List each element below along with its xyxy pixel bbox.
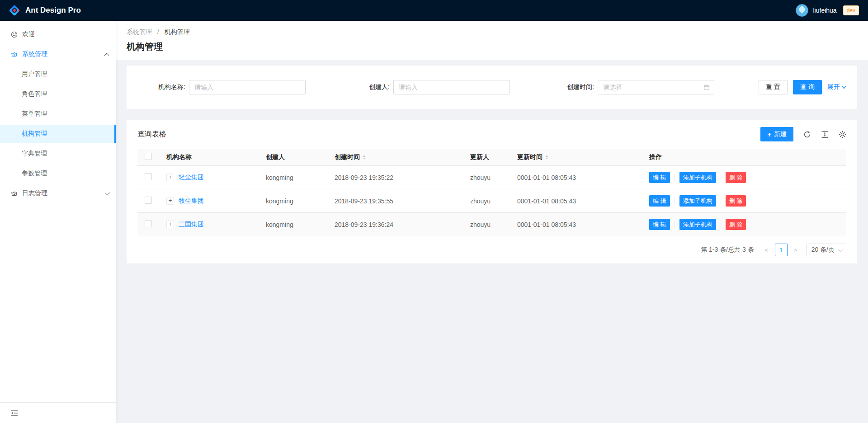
chevron-down-icon — [838, 247, 843, 252]
row-checkbox[interactable] — [145, 197, 152, 204]
brand[interactable]: Ant Design Pro — [8, 4, 81, 17]
search-form-card: 机构名称: 创建人: 创建时间: — [127, 66, 857, 109]
sidebar-item-menu-management[interactable]: 菜单管理 — [0, 105, 116, 123]
table-row: + 三国集团 kongming 2018-09-23 19:36:24 zhou… — [137, 213, 846, 236]
creator-cell: kongming — [259, 189, 327, 213]
edit-button[interactable]: 编 辑 — [649, 195, 670, 207]
edit-button[interactable]: 编 辑 — [649, 172, 670, 183]
add-child-org-button[interactable]: 添加子机构 — [679, 172, 716, 183]
divider — [675, 197, 675, 204]
create-time-picker[interactable] — [598, 80, 714, 94]
sidebar-item-label: 用户管理 — [22, 70, 47, 78]
page-title: 机构管理 — [127, 41, 857, 53]
search-field-create-time: 创建时间: — [546, 80, 750, 94]
sidebar-item-role-management[interactable]: 角色管理 — [0, 85, 116, 103]
expand-link[interactable]: 展开 — [827, 83, 846, 91]
expand-row-icon[interactable]: + — [166, 174, 174, 181]
update-time-cell: 0001-01-01 08:05:43 — [510, 189, 642, 213]
expand-row-icon[interactable]: + — [166, 197, 174, 205]
delete-button[interactable]: 删 除 — [726, 172, 746, 183]
ant-design-logo-icon — [8, 4, 21, 17]
density-icon[interactable] — [821, 131, 829, 138]
new-button-label: 新建 — [774, 130, 787, 138]
menu-fold-icon[interactable] — [11, 409, 18, 417]
sidebar-item-log-management[interactable]: 日志管理 — [0, 184, 116, 202]
chevron-down-icon — [105, 190, 110, 195]
column-header-update-time[interactable]: 更新时间▲▼ — [510, 149, 642, 166]
divider — [721, 197, 721, 204]
divider — [675, 174, 675, 181]
org-table: 机构名称 创建人 创建时间▲▼ 更新人 更新时间▲▼ 操作 + 轻尘集团 — [137, 149, 846, 236]
creator-label: 创建人: — [342, 83, 393, 91]
sidebar-item-dict-management[interactable]: 字典管理 — [0, 145, 116, 163]
query-button[interactable]: 查 询 — [793, 80, 822, 94]
breadcrumb: 系统管理 / 机构管理 — [127, 28, 857, 36]
org-name-label: 机构名称: — [137, 83, 189, 91]
create-time-cell: 2018-09-23 19:35:55 — [327, 189, 463, 213]
org-name-input[interactable] — [189, 80, 306, 94]
org-name-link[interactable]: 牧尘集团 — [179, 197, 204, 205]
sidebar-item-user-management[interactable]: 用户管理 — [0, 65, 116, 83]
chevron-down-icon — [842, 86, 846, 89]
plus-icon: + — [767, 131, 771, 138]
reload-icon[interactable] — [803, 131, 811, 138]
column-header-creator: 创建人 — [259, 149, 327, 166]
updater-cell: zhouyu — [463, 213, 510, 236]
sidebar-item-param-management[interactable]: 参数管理 — [0, 164, 116, 183]
main-content: 系统管理 / 机构管理 机构管理 机构名称: 创建人: 创建时间: — [116, 21, 868, 423]
divider — [675, 221, 675, 228]
column-header-org-name: 机构名称 — [159, 149, 259, 166]
sidebar-item-label: 日志管理 — [22, 189, 47, 197]
username[interactable]: liufeihua — [813, 7, 836, 14]
divider — [721, 221, 721, 228]
row-checkbox[interactable] — [145, 173, 152, 180]
page-number-1[interactable]: 1 — [775, 244, 788, 256]
expand-row-icon[interactable]: + — [166, 221, 174, 228]
new-button[interactable]: + 新建 — [760, 127, 793, 141]
reset-button[interactable]: 重 置 — [759, 80, 788, 94]
creator-input[interactable] — [393, 80, 510, 94]
breadcrumb-item-org: 机构管理 — [165, 28, 190, 35]
next-page-button[interactable]: > — [789, 244, 802, 256]
settings-gear-icon[interactable] — [839, 131, 846, 138]
org-name-link[interactable]: 三国集团 — [179, 221, 204, 229]
sidebar-item-system-management[interactable]: 系统管理 — [0, 45, 116, 63]
row-checkbox[interactable] — [145, 220, 152, 227]
chevron-up-icon — [104, 53, 109, 58]
edit-button[interactable]: 编 辑 — [649, 219, 670, 230]
updater-cell: zhouyu — [463, 166, 510, 189]
table-header-row: 机构名称 创建人 创建时间▲▼ 更新人 更新时间▲▼ 操作 — [137, 149, 846, 166]
sidebar: 欢迎 系统管理 用户管理 角色管理 菜单管理 — [0, 21, 116, 423]
user-avatar[interactable] — [796, 4, 808, 17]
divider — [721, 174, 721, 181]
page-size-select[interactable]: 20 条/页 — [807, 244, 846, 256]
crown-icon — [11, 51, 18, 58]
sort-icons[interactable]: ▲▼ — [363, 155, 366, 160]
pagination-total: 第 1-3 条/总共 3 条 — [701, 246, 754, 254]
sidebar-item-label: 角色管理 — [22, 90, 47, 98]
creator-cell: kongming — [259, 166, 327, 189]
update-time-cell: 0001-01-01 08:05:43 — [510, 166, 642, 189]
org-name-link[interactable]: 轻尘集团 — [179, 174, 204, 182]
select-all-checkbox[interactable] — [145, 153, 152, 160]
prev-page-button[interactable]: < — [760, 244, 773, 256]
page-size-value: 20 条/页 — [811, 246, 835, 254]
table-card: 查询表格 + 新建 — [127, 120, 857, 263]
sort-icons[interactable]: ▲▼ — [545, 155, 548, 160]
delete-button[interactable]: 删 除 — [726, 195, 746, 207]
sidebar-item-label: 机构管理 — [22, 130, 47, 138]
create-time-cell: 2018-09-23 19:36:24 — [327, 213, 463, 236]
breadcrumb-item-system[interactable]: 系统管理 — [127, 28, 152, 35]
app-title: Ant Design Pro — [25, 6, 81, 15]
column-header-updater: 更新人 — [463, 149, 510, 166]
sidebar-item-org-management[interactable]: 机构管理 — [0, 125, 116, 143]
delete-button[interactable]: 删 除 — [726, 219, 746, 230]
create-time-label: 创建时间: — [546, 83, 598, 91]
sidebar-item-label: 菜单管理 — [22, 110, 47, 118]
column-header-create-time[interactable]: 创建时间▲▼ — [327, 149, 463, 166]
env-badge: dev — [843, 5, 859, 15]
add-child-org-button[interactable]: 添加子机构 — [679, 219, 716, 230]
add-child-org-button[interactable]: 添加子机构 — [679, 195, 716, 207]
sidebar-item-welcome[interactable]: 欢迎 — [0, 25, 116, 43]
updater-cell: zhouyu — [463, 189, 510, 213]
